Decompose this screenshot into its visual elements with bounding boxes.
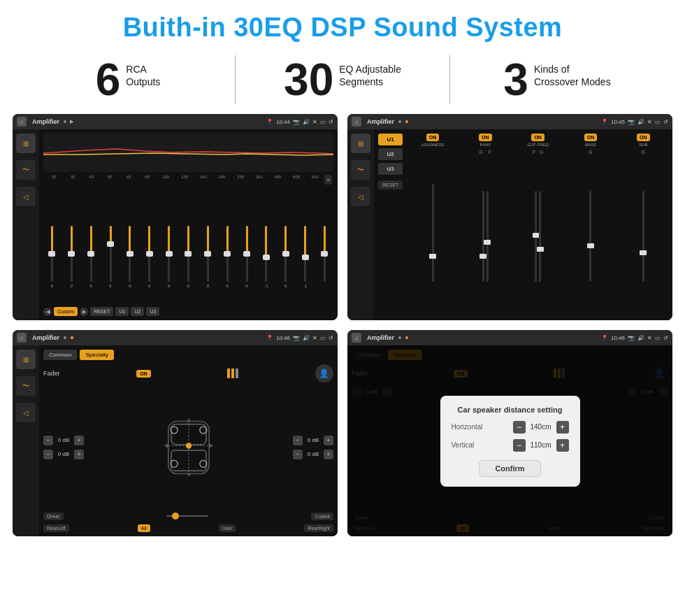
stat-text-rca: RCA Outputs (126, 63, 160, 88)
db-minus-bl[interactable]: − (43, 450, 53, 459)
eq-more-icon[interactable]: » (324, 175, 332, 185)
home-icon-4[interactable]: ⌂ (352, 333, 361, 343)
eq-slider-10[interactable]: 0 (238, 226, 256, 296)
amp-u2-preset[interactable]: U2 (378, 148, 403, 160)
eq-u2-btn[interactable]: U2 (131, 307, 144, 316)
phat-slider[interactable] (482, 156, 489, 316)
amp-channel-phat: ON PHAT G F (461, 134, 510, 316)
sub-on-btn[interactable]: ON (637, 134, 650, 141)
db-plus-br[interactable]: + (324, 450, 333, 459)
amp-eq-icon[interactable]: ⊞ (351, 134, 370, 153)
fader-user-icon[interactable]: 👤 (315, 364, 333, 382)
dot-icon-1 (64, 120, 66, 123)
home-icon-3[interactable]: ⌂ (17, 333, 27, 343)
back-icon-3[interactable]: ↺ (329, 335, 333, 341)
back-icon-1[interactable]: ↺ (329, 119, 333, 125)
amp-wave-icon[interactable]: 〜 (351, 160, 370, 180)
eq-slider-4[interactable]: 0 (121, 226, 138, 296)
eq-icon[interactable]: ⊞ (16, 134, 36, 153)
db-minus-tr[interactable]: − (293, 436, 303, 445)
amp-u3-preset[interactable]: U3 (378, 163, 403, 175)
db-plus-tl[interactable]: + (74, 436, 84, 445)
amp-main-panel: U1 U2 U3 RESET ON LOUDNESS (374, 129, 672, 320)
eq-reset-btn[interactable]: RESET (90, 307, 113, 316)
sub-slider[interactable] (642, 156, 644, 316)
phat-label: PHAT (480, 143, 491, 147)
eq-slider-6[interactable]: 0 (160, 226, 178, 296)
eq-slider-12[interactable]: 0 (277, 226, 294, 296)
db-plus-tr[interactable]: + (324, 436, 333, 445)
eq-slider-3[interactable]: 5 (102, 226, 120, 296)
eq-prev-btn[interactable]: ◀ (43, 308, 52, 316)
all-label[interactable]: All (138, 524, 150, 532)
db-plus-bl[interactable]: + (74, 450, 84, 459)
app-title-1: Amplifier (32, 118, 59, 125)
bass-on-btn[interactable]: ON (584, 134, 598, 141)
stat-divider-1 (235, 55, 236, 104)
camera-icon-1: 📷 (293, 119, 300, 125)
eq-slider-9[interactable]: 0 (219, 226, 236, 296)
wave-icon[interactable]: 〜 (16, 160, 36, 180)
fader-tab-specialty[interactable]: Specialty (80, 350, 113, 360)
eq-slider-11[interactable]: -1 (257, 226, 275, 296)
eq-slider-13[interactable]: -1 (296, 226, 314, 296)
confirm-button[interactable]: Confirm (479, 460, 540, 477)
vertical-minus-btn[interactable]: − (513, 439, 526, 452)
horizontal-row: Horizontal − 140cm + (452, 421, 569, 434)
home-icon-2[interactable]: ⌂ (352, 117, 361, 127)
eq-slider-2[interactable]: 0 (82, 226, 100, 296)
eq-u3-btn[interactable]: U3 (146, 307, 159, 316)
phat-on-btn[interactable]: ON (479, 134, 492, 141)
rearright-label[interactable]: RearRight (304, 524, 333, 532)
user-label[interactable]: User (219, 524, 236, 532)
back-icon-2[interactable]: ↺ (663, 119, 668, 125)
horizontal-minus-btn[interactable]: − (513, 421, 526, 434)
eq-slider-1[interactable]: 0 (63, 226, 80, 296)
db-minus-tl[interactable]: − (43, 436, 53, 445)
screens-grid: ⌂ Amplifier ▶ 📍 10:44 📷 🔊 ✕ ▭ ↺ ⊞ 〜 ◁ (0, 114, 685, 546)
eq-slider-8[interactable]: 0 (199, 226, 217, 296)
speaker-diagram: − 0 dB + − 0 dB + (43, 387, 333, 508)
vertical-plus-btn[interactable]: + (556, 439, 569, 452)
cutfreq-slider[interactable] (535, 156, 541, 316)
db-control-bl: − 0 dB + (43, 450, 84, 459)
stat-number-crossover: 3 (503, 57, 528, 102)
eq-slider-7[interactable]: 0 (180, 226, 197, 296)
amp-speaker-icon[interactable]: ◁ (351, 187, 370, 206)
fader-left-panel: ⊞ 〜 ◁ (13, 345, 39, 536)
back-icon-4[interactable]: ↺ (663, 335, 668, 341)
copilot-label[interactable]: Copilot (311, 513, 333, 520)
eq-slider-14[interactable] (316, 226, 333, 296)
amp-u1-preset[interactable]: U1 (378, 134, 403, 145)
bass-slider[interactable] (589, 156, 591, 316)
eq-slider-0[interactable]: 0 (43, 226, 61, 296)
eq-next-btn[interactable]: ▶ (80, 308, 88, 316)
fader-slider[interactable] (166, 510, 208, 522)
stat-number-eq: 30 (284, 57, 333, 102)
battery-icon-4: ▭ (655, 335, 661, 341)
stats-row: 6 RCA Outputs 30 EQ Adjustable Segments … (0, 50, 685, 114)
eq-slider-5[interactable]: 0 (140, 226, 158, 296)
loudness-slider[interactable] (432, 150, 434, 316)
fader-wave-icon[interactable]: 〜 (16, 376, 36, 396)
svg-marker-18 (210, 443, 213, 448)
eq-custom-btn[interactable]: Custom (54, 307, 78, 316)
driver-label[interactable]: Driver (43, 513, 64, 520)
battery-icon-2: ▭ (655, 119, 661, 125)
fader-speaker-icon[interactable]: ◁ (16, 403, 36, 422)
play-icon-1: ▶ (70, 119, 73, 124)
fader-eq-icon[interactable]: ⊞ (16, 350, 36, 369)
cutfreq-on-btn[interactable]: ON (531, 134, 545, 141)
stat-eq: 30 EQ Adjustable Segments (257, 57, 428, 102)
fader-tab-common[interactable]: Common (43, 350, 77, 360)
eq-u1-btn[interactable]: U1 (115, 307, 129, 316)
rearleft-label[interactable]: RearLeft (43, 524, 69, 532)
db-minus-br[interactable]: − (293, 450, 303, 459)
amp-reset-btn[interactable]: RESET (378, 180, 403, 189)
location-icon-4: 📍 (601, 335, 608, 341)
horizontal-plus-btn[interactable]: + (556, 421, 569, 434)
loudness-on-btn[interactable]: ON (426, 134, 440, 141)
dialog-content: Common Specialty Fader ON 👤 (347, 345, 672, 536)
home-icon-1[interactable]: ⌂ (17, 117, 27, 127)
speaker-icon[interactable]: ◁ (16, 187, 36, 206)
